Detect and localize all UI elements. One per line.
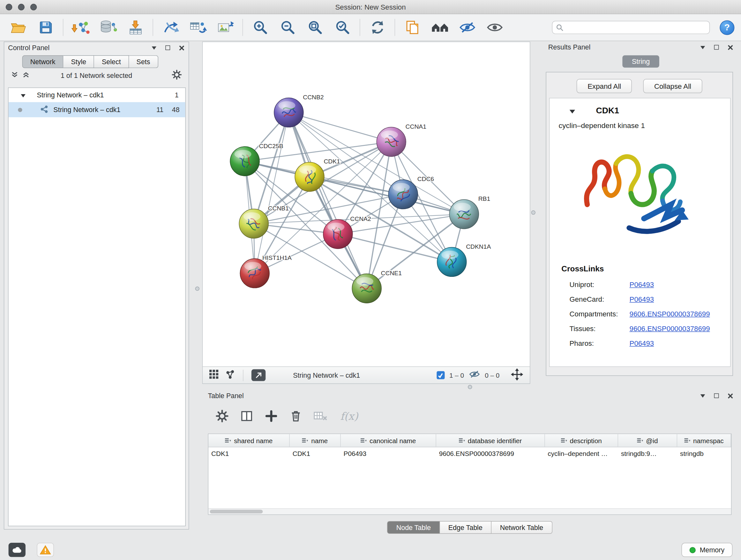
show-panels-button[interactable] bbox=[428, 17, 452, 38]
pan-move-icon[interactable] bbox=[511, 368, 523, 382]
cloud-button[interactable] bbox=[9, 543, 25, 557]
open-session-button[interactable] bbox=[7, 17, 30, 38]
panel-close-button[interactable] bbox=[178, 44, 185, 51]
tab-network-table[interactable]: Network Table bbox=[491, 521, 552, 534]
table-panel-title: Table Panel bbox=[208, 392, 244, 400]
table-cell[interactable]: stringdb:9… bbox=[618, 449, 677, 457]
tab-edge-table[interactable]: Edge Table bbox=[440, 521, 491, 534]
crosslink-link-pharos[interactable]: P06493 bbox=[630, 339, 654, 347]
expand-all-networks-icon[interactable] bbox=[11, 71, 18, 80]
network-options-gear-icon[interactable] bbox=[172, 70, 182, 82]
toolbar-separator bbox=[243, 19, 243, 36]
panel-float-button[interactable] bbox=[164, 44, 171, 51]
table-cell[interactable]: P06493 bbox=[341, 449, 436, 457]
table-cell[interactable]: 9606.ENSP00000378699 bbox=[436, 449, 545, 457]
hide-panel-button[interactable] bbox=[456, 17, 479, 38]
network-collection-row[interactable]: String Network – cdk1 1 bbox=[9, 88, 185, 102]
network-from-table-button[interactable] bbox=[186, 17, 209, 38]
network-canvas[interactable]: CCNB2CCNA1CDC25BCDK1CDC6RB1CCNB1CCNA2CDK… bbox=[203, 42, 530, 367]
expand-all-button[interactable]: Expand All bbox=[577, 79, 632, 93]
panel-collapse-button[interactable] bbox=[151, 44, 157, 51]
tab-string[interactable]: String bbox=[622, 55, 659, 68]
splitter-handle[interactable] bbox=[468, 385, 472, 389]
apply-layout-button[interactable] bbox=[366, 17, 389, 38]
collapse-all-networks-icon[interactable] bbox=[22, 71, 30, 80]
gene-disclosure-triangle-icon[interactable] bbox=[569, 107, 575, 115]
window-close-button[interactable] bbox=[6, 4, 12, 10]
table-data-row[interactable]: CDK1CDK1P064939606.ENSP00000378699cyclin… bbox=[208, 447, 731, 459]
column-header-database-identifier[interactable]: database identifier bbox=[436, 434, 545, 447]
import-table-button[interactable] bbox=[124, 17, 147, 38]
zoom-selected-button[interactable] bbox=[331, 17, 354, 38]
panel-collapse-button[interactable] bbox=[699, 44, 706, 51]
export-image-button[interactable] bbox=[213, 17, 237, 38]
copy-button[interactable] bbox=[401, 17, 424, 38]
panel-close-button[interactable] bbox=[727, 44, 734, 51]
table-cell[interactable]: CDK1 bbox=[208, 449, 290, 457]
import-network-file-button[interactable] bbox=[69, 17, 92, 38]
panel-float-button[interactable] bbox=[713, 44, 720, 51]
import-network-database-button[interactable] bbox=[96, 17, 120, 38]
collapse-all-button[interactable]: Collapse All bbox=[643, 79, 702, 93]
network-edge-CCNB2-HIST1H1A[interactable] bbox=[255, 112, 289, 273]
table-cell[interactable]: CDK1 bbox=[290, 449, 341, 457]
zoom-fit-button[interactable] bbox=[304, 17, 327, 38]
column-header-name[interactable]: name bbox=[290, 434, 341, 447]
network-node-HIST1H1A[interactable]: HIST1H1A bbox=[240, 254, 292, 288]
grid-view-icon[interactable] bbox=[209, 369, 219, 381]
tab-network[interactable]: Network bbox=[22, 55, 64, 68]
zoom-out-button[interactable] bbox=[276, 17, 299, 38]
network-node-CCNB2[interactable]: CCNB2 bbox=[274, 94, 324, 127]
crosslink-link-genecard[interactable]: P06493 bbox=[630, 295, 654, 303]
crosslink-link-compartments[interactable]: 9606.ENSP00000378699 bbox=[630, 310, 710, 318]
network-node-CDK1[interactable]: CDK1 bbox=[295, 158, 340, 191]
crosslink-link-uniprot[interactable]: P06493 bbox=[630, 280, 654, 288]
table-cell[interactable]: stringdb bbox=[677, 449, 731, 457]
hidden-eye-slash-icon[interactable] bbox=[469, 370, 480, 380]
column-header--id[interactable]: @id bbox=[618, 434, 677, 447]
column-header-shared-name[interactable]: shared name bbox=[208, 434, 290, 447]
memory-button[interactable]: Memory bbox=[681, 543, 732, 557]
selected-checkbox-icon[interactable] bbox=[436, 371, 445, 379]
window-minimize-button[interactable] bbox=[18, 4, 24, 10]
window-zoom-button[interactable] bbox=[30, 4, 37, 10]
zoom-in-button[interactable] bbox=[249, 17, 272, 38]
network-edge-CCNB2-CCNE1[interactable] bbox=[289, 112, 367, 288]
toolbar-separator bbox=[243, 369, 243, 381]
birdseye-view-icon[interactable] bbox=[225, 369, 235, 381]
new-network-button[interactable] bbox=[159, 17, 182, 38]
scrollbar-thumb[interactable] bbox=[210, 509, 263, 513]
panel-float-button[interactable] bbox=[713, 392, 720, 399]
help-button[interactable]: ? bbox=[720, 20, 734, 35]
network-edge-CCNB2-CCNA1[interactable] bbox=[289, 112, 391, 142]
warnings-button[interactable] bbox=[37, 543, 54, 557]
show-panel-button[interactable] bbox=[483, 17, 506, 38]
network-node-CCNA1[interactable]: CCNA1 bbox=[377, 123, 426, 157]
save-session-button[interactable] bbox=[34, 17, 57, 38]
column-header-namespac[interactable]: namespac bbox=[677, 434, 731, 447]
tab-node-table[interactable]: Node Table bbox=[387, 521, 440, 534]
search-input[interactable] bbox=[566, 23, 705, 31]
delete-column-trash-icon[interactable] bbox=[288, 408, 303, 423]
splitter-handle[interactable] bbox=[531, 210, 536, 214]
panel-close-button[interactable] bbox=[727, 392, 734, 399]
table-cell[interactable]: cyclin–dependent … bbox=[545, 449, 618, 457]
show-columns-icon[interactable] bbox=[239, 408, 254, 423]
splitter-handle[interactable] bbox=[195, 287, 199, 291]
column-header-description[interactable]: description bbox=[545, 434, 618, 447]
tab-select[interactable]: Select bbox=[94, 55, 129, 68]
table-horizontal-scrollbar[interactable] bbox=[208, 508, 731, 514]
panel-collapse-button[interactable] bbox=[699, 392, 706, 399]
network-row-selected[interactable]: String Network – cdk1 11 48 bbox=[9, 102, 185, 117]
network-node-RB1[interactable]: RB1 bbox=[449, 195, 490, 229]
tab-style[interactable]: Style bbox=[64, 55, 94, 68]
column-header-canonical-name[interactable]: canonical name bbox=[341, 434, 436, 447]
open-in-new-window-button[interactable] bbox=[252, 369, 266, 381]
network-node-CCNB1[interactable]: CCNB1 bbox=[239, 205, 289, 238]
toolbar-search-field[interactable] bbox=[552, 21, 710, 34]
table-settings-gear-icon[interactable] bbox=[214, 408, 229, 423]
tab-sets[interactable]: Sets bbox=[129, 55, 158, 68]
add-column-icon[interactable] bbox=[264, 408, 279, 423]
disclosure-triangle-icon[interactable] bbox=[21, 91, 25, 99]
crosslink-link-tissues[interactable]: 9606.ENSP00000378699 bbox=[630, 324, 710, 332]
